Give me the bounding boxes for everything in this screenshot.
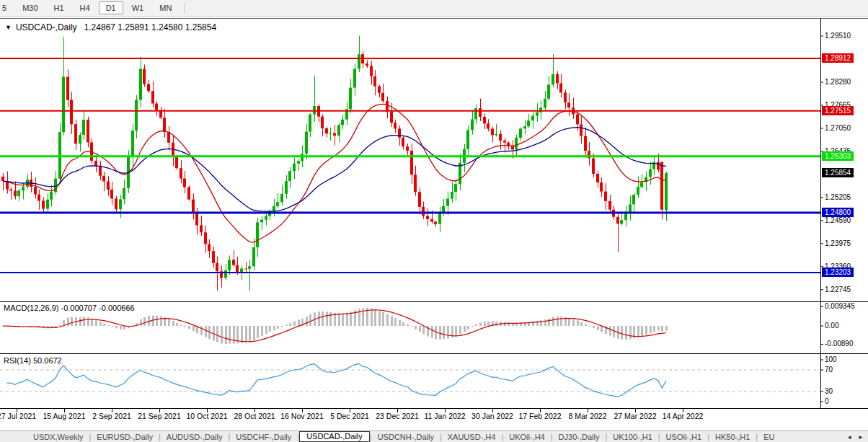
timeframe-w1-button[interactable]: W1 bbox=[125, 1, 151, 14]
date-axis-label: 8 Mar 2022 bbox=[568, 412, 606, 420]
price-level-label: 1.27515 bbox=[822, 106, 854, 115]
date-axis-label: 15 Aug 2021 bbox=[43, 412, 86, 420]
date-axis-label: 5 Dec 2021 bbox=[330, 412, 369, 420]
date-axis-label: 27 Mar 2022 bbox=[614, 412, 657, 420]
price-axis-tick: 1.29510 bbox=[825, 32, 851, 40]
macd-axis-tick: -0.00890 bbox=[825, 340, 853, 348]
rsi-axis-tick: 100 bbox=[825, 355, 837, 364]
rsi-name: RSI(14) bbox=[4, 356, 31, 365]
timeframe-h4-button[interactable]: H4 bbox=[73, 1, 97, 14]
price-axis-tick: 1.25205 bbox=[825, 193, 851, 202]
timeframe-m30-button[interactable]: M30 bbox=[15, 1, 45, 14]
tab-scroll-left-button[interactable]: ◄ bbox=[843, 434, 855, 441]
chart-symbol-title: USDCAD-,Daily bbox=[16, 22, 77, 32]
rsi-axis-tick: 70 bbox=[825, 366, 833, 374]
tab-usdcad-daily[interactable]: USDCAD-,Daily bbox=[299, 431, 370, 442]
date-axis-label: 2 Sep 2021 bbox=[92, 412, 131, 420]
date-axis-label: 16 Nov 2021 bbox=[280, 412, 324, 420]
current-price-label: 1.25854 bbox=[822, 168, 854, 177]
chart-ohlc-values: 1.24867 1.25891 1.24580 1.25854 bbox=[84, 22, 217, 32]
tab-usdchf-daily[interactable]: USDCHF-,Daily bbox=[230, 433, 297, 441]
date-axis-label: 11 Jan 2022 bbox=[424, 412, 465, 420]
price-axis-tick: 1.23975 bbox=[825, 239, 851, 248]
date-axis-label: 21 Sep 2021 bbox=[138, 412, 181, 420]
price-axis-tick: 1.24590 bbox=[825, 216, 851, 225]
symbol-tab-bar: USDX,Weekly|EURUSD-,Daily|AUDUSD-,Daily|… bbox=[0, 430, 868, 442]
toolbar-separator bbox=[185, 2, 185, 14]
price-level-label: 1.23203 bbox=[822, 268, 854, 277]
timeframe-h1-button[interactable]: H1 bbox=[47, 1, 71, 14]
tab-ukoil-h4[interactable]: UKOil-,H4 bbox=[503, 433, 551, 441]
macd-name: MACD(12,26,9) bbox=[4, 304, 58, 312]
date-axis-label: 17 Feb 2022 bbox=[519, 412, 562, 420]
tab-eurusd-daily[interactable]: EURUSD-,Daily bbox=[91, 433, 159, 441]
tab-eu[interactable]: EU bbox=[758, 433, 780, 441]
tab-usdx-weekly[interactable]: USDX,Weekly bbox=[27, 433, 89, 441]
rsi-indicator-label: RSI(14) 50.0672 bbox=[4, 356, 62, 365]
date-axis-label: 27 Jul 2021 bbox=[0, 412, 36, 420]
date-axis-label: 14 Apr 2022 bbox=[663, 412, 704, 420]
chart-dropdown-icon[interactable]: ▼ bbox=[5, 24, 12, 31]
tab-hk50-h1[interactable]: HK50-,H1 bbox=[709, 433, 756, 441]
timeframe-toolbar: 5M30H1H4D1W1MN bbox=[0, 0, 868, 17]
trading-app-window: 5M30H1H4D1W1MN ▼USDCAD-,Daily1.24867 1.2… bbox=[0, 0, 868, 442]
macd-current-values: -0.000707 -0.000666 bbox=[61, 304, 134, 312]
rsi-current-value: 50.0672 bbox=[33, 356, 62, 365]
tab-audusd-daily[interactable]: AUDUSD-,Daily bbox=[161, 433, 229, 441]
macd-axis-tick: 0.00 bbox=[825, 322, 838, 330]
chart-canvas[interactable] bbox=[0, 0, 868, 442]
date-axis-label: 10 Oct 2021 bbox=[186, 412, 227, 420]
tab-xauusd-h4[interactable]: XAUUSD-,H4 bbox=[442, 433, 502, 441]
price-level-label: 1.28912 bbox=[822, 53, 854, 63]
timeframe-d1-button[interactable]: D1 bbox=[99, 1, 123, 14]
tab-usdcnh-daily[interactable]: USDCNH-,Daily bbox=[372, 433, 440, 441]
date-axis-label: 23 Dec 2021 bbox=[376, 412, 419, 420]
rsi-axis-tick: 0 bbox=[825, 397, 829, 406]
tab-scroll-right-button[interactable]: ► bbox=[855, 434, 867, 441]
candlestick-layer bbox=[1, 35, 668, 291]
price-axis-tick: 1.22745 bbox=[825, 286, 851, 294]
moving-average-lines bbox=[3, 104, 666, 242]
chart-header: ▼USDCAD-,Daily1.24867 1.25891 1.24580 1.… bbox=[5, 22, 216, 32]
timeframe-mn-button[interactable]: MN bbox=[152, 1, 179, 14]
timeframe-5-button[interactable]: 5 bbox=[0, 1, 14, 14]
price-axis-tick: 1.27050 bbox=[825, 124, 851, 133]
macd-axis-tick: 0.009345 bbox=[825, 302, 855, 311]
macd-indicator-label: MACD(12,26,9) -0.000707 -0.000666 bbox=[4, 304, 135, 312]
date-axis-label: 30 Jan 2022 bbox=[471, 412, 513, 420]
tab-scroll-arrows: ◄ ► bbox=[840, 431, 867, 442]
tab-dj30-daily[interactable]: DJ30-,Daily bbox=[553, 433, 606, 441]
price-level-label: 1.24800 bbox=[822, 208, 854, 217]
tab-uk100-h1[interactable]: UK100-,H1 bbox=[607, 433, 657, 441]
axis-ticks bbox=[17, 36, 824, 412]
rsi-axis-tick: 30 bbox=[825, 387, 833, 396]
rsi-panel-layer bbox=[0, 363, 820, 397]
date-axis-label: 28 Oct 2021 bbox=[234, 412, 275, 420]
macd-panel-layer bbox=[2, 308, 668, 344]
price-level-label: 1.26303 bbox=[822, 151, 854, 161]
tab-usoil-h1[interactable]: USOil-,H1 bbox=[660, 433, 708, 441]
price-axis-tick: 1.28280 bbox=[825, 78, 851, 87]
